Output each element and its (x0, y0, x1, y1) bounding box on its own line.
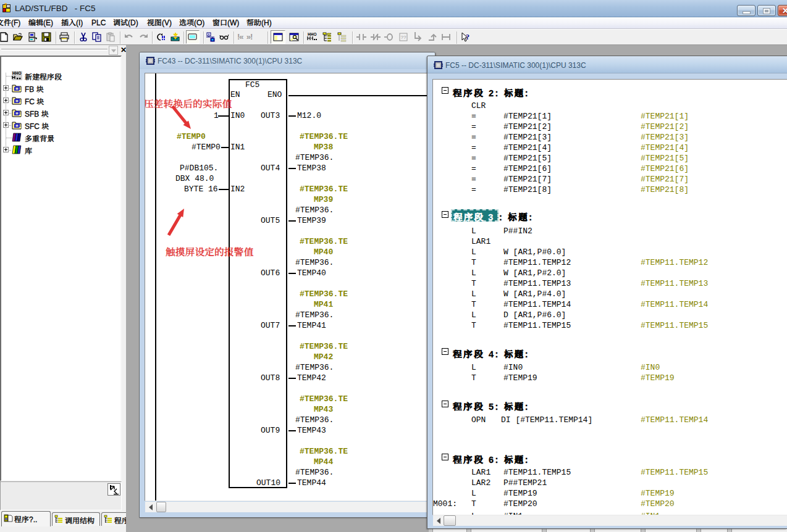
svg-text:HHO: HHO (12, 71, 21, 75)
svg-text:??: ?? (401, 35, 406, 40)
svg-text:?: ? (466, 33, 469, 41)
svg-text:HHO: HHO (308, 32, 316, 36)
